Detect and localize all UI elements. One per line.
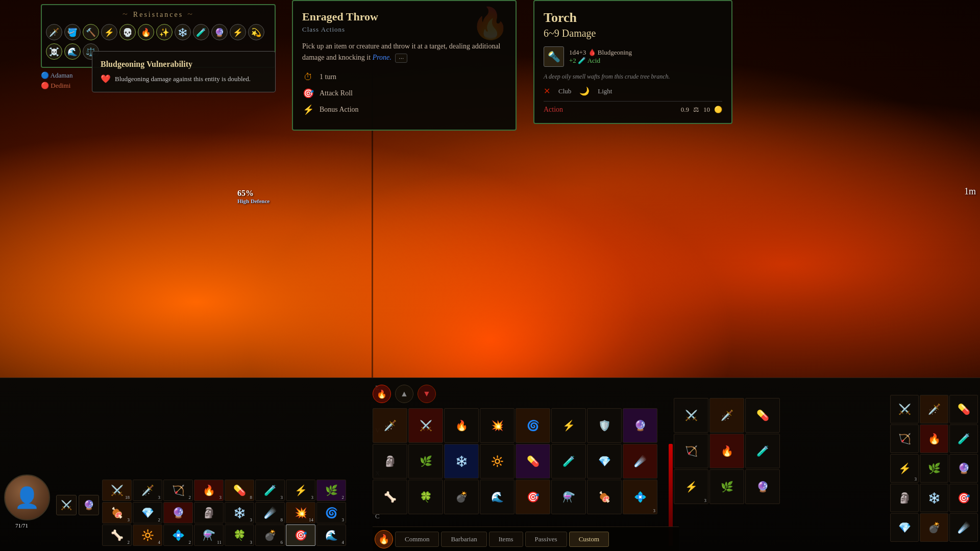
resist-icon-acid[interactable]: 🧪 bbox=[193, 24, 209, 40]
resist-icon-radiant[interactable]: ✨ bbox=[156, 24, 173, 40]
right-slot-10[interactable]: 🌿 bbox=[408, 444, 443, 479]
action-slot-4[interactable]: 🔥3 bbox=[194, 480, 224, 501]
tab-common[interactable]: Common bbox=[395, 532, 439, 547]
action-slot-16[interactable]: 🌀3 bbox=[316, 502, 346, 523]
right-slot-17[interactable]: 🦴 bbox=[373, 480, 407, 514]
action-slot-8[interactable]: 🌿2 bbox=[316, 480, 346, 501]
action-slot-5[interactable]: 💊8 bbox=[225, 480, 254, 501]
right-slot-13[interactable]: 💊 bbox=[516, 444, 550, 479]
resist-icon-lightning2[interactable]: ⚡ bbox=[230, 24, 246, 40]
action-slot-9[interactable]: 🍖3 bbox=[102, 502, 132, 523]
right-slot-3[interactable]: 🔥 bbox=[444, 408, 479, 443]
action-slot-22[interactable]: 💣6 bbox=[255, 524, 285, 546]
right-slot-24[interactable]: 💠3 bbox=[623, 480, 657, 514]
skill-bar-flame-btn[interactable]: 🔥 bbox=[373, 385, 391, 403]
action-slot-13[interactable]: ❄️3 bbox=[225, 502, 254, 523]
action-slot-1[interactable]: ⚔️18 bbox=[102, 480, 132, 501]
right-slot-4[interactable]: 💥 bbox=[480, 408, 514, 443]
right-slot-5[interactable]: 🌀 bbox=[516, 408, 550, 443]
tab-passives[interactable]: Passives bbox=[525, 532, 567, 547]
right-slot-8[interactable]: 🔮 bbox=[623, 408, 657, 443]
far-slot-7[interactable]: ⚡3 bbox=[890, 454, 919, 483]
shortcut-spell[interactable]: 🔮 bbox=[79, 495, 99, 515]
resist-icon-poison[interactable]: ☠️ bbox=[46, 43, 62, 60]
mid-slot-7[interactable]: ⚡3 bbox=[674, 469, 708, 504]
action-slot-2[interactable]: 🗡️3 bbox=[133, 480, 162, 501]
far-slot-10[interactable]: 🗿 bbox=[890, 484, 919, 512]
right-slot-21[interactable]: 🎯 bbox=[516, 480, 550, 514]
right-slot-1[interactable]: 🗡️ bbox=[373, 408, 407, 443]
action-slot-7[interactable]: ⚡3 bbox=[286, 480, 315, 501]
mid-slot-4[interactable]: 🏹 bbox=[674, 434, 708, 468]
mid-slot-6[interactable]: 🧪 bbox=[745, 434, 780, 468]
action-slot-18[interactable]: 🔆4 bbox=[133, 524, 162, 546]
action-slot-20[interactable]: ⚗️11 bbox=[194, 524, 224, 546]
tab-barbarian[interactable]: Barbarian bbox=[441, 532, 486, 547]
action-slot-21[interactable]: 🍀3 bbox=[225, 524, 254, 546]
action-slot-15[interactable]: 💥14 bbox=[286, 502, 315, 523]
right-slot-16[interactable]: ☄️ bbox=[623, 444, 657, 479]
right-slot-6[interactable]: ⚡ bbox=[551, 408, 586, 443]
right-slot-15[interactable]: 💎 bbox=[587, 444, 622, 479]
action-slot-6[interactable]: 🧪3 bbox=[255, 480, 285, 501]
far-slot-1[interactable]: ⚔️ bbox=[890, 395, 919, 423]
mid-slot-8[interactable]: 🌿 bbox=[709, 469, 744, 504]
right-slot-2[interactable]: ⚔️ bbox=[408, 408, 443, 443]
far-slot-5[interactable]: 🔥 bbox=[920, 424, 948, 453]
far-slot-2[interactable]: 🗡️ bbox=[920, 395, 948, 423]
more-info-button[interactable]: ··· bbox=[395, 54, 407, 63]
far-slot-6[interactable]: 🧪 bbox=[949, 424, 978, 453]
skill-bar-down-btn[interactable]: ▼ bbox=[418, 385, 436, 403]
rslot-icon-8: 🔮 bbox=[634, 419, 647, 432]
resist-icon-thunder[interactable]: ⚡ bbox=[101, 24, 117, 40]
mid-slot-9[interactable]: 🔮 bbox=[745, 469, 780, 504]
right-slot-20[interactable]: 🌊 bbox=[480, 480, 514, 514]
right-slot-9[interactable]: 🗿 bbox=[373, 444, 407, 479]
action-slot-12[interactable]: 🗿 bbox=[194, 502, 224, 523]
tab-flame-button[interactable]: 🔥 bbox=[375, 530, 393, 548]
far-slot-3[interactable]: 💊 bbox=[949, 395, 978, 423]
right-slot-12[interactable]: 🔆 bbox=[480, 444, 514, 479]
action-slot-24[interactable]: 🌊4 bbox=[316, 524, 346, 546]
action-slot-10[interactable]: 💎2 bbox=[133, 502, 162, 523]
resist-icon-pierce[interactable]: 🪣 bbox=[64, 24, 81, 40]
resist-icon-bludgeon[interactable]: 🔨 bbox=[83, 24, 99, 40]
resist-icon-slash[interactable]: 🗡️ bbox=[46, 24, 62, 40]
action-slot-17[interactable]: 🦴2 bbox=[102, 524, 132, 546]
right-slot-19[interactable]: 💣 bbox=[444, 480, 479, 514]
far-slot-15[interactable]: ☄️ bbox=[949, 513, 978, 542]
mid-slot-5[interactable]: 🔥 bbox=[709, 434, 744, 468]
action-slot-11[interactable]: 🔮 bbox=[163, 502, 193, 523]
resist-icon-necrotic[interactable]: 💀 bbox=[119, 24, 136, 40]
right-slot-22[interactable]: ⚗️ bbox=[551, 480, 586, 514]
resist-icon-force[interactable]: 💫 bbox=[248, 24, 264, 40]
right-slot-11[interactable]: ❄️ bbox=[444, 444, 479, 479]
tab-custom[interactable]: Custom bbox=[569, 532, 609, 547]
action-slot-3[interactable]: 🏹2 bbox=[163, 480, 193, 501]
action-slot-14[interactable]: ☄️8 bbox=[255, 502, 285, 523]
right-slot-7[interactable]: 🛡️ bbox=[587, 408, 622, 443]
shortcut-attack[interactable]: ⚔️ bbox=[56, 495, 77, 515]
far-slot-12[interactable]: 🎯 bbox=[949, 484, 978, 512]
far-slot-4[interactable]: 🏹 bbox=[890, 424, 919, 453]
resist-icon-cold[interactable]: ❄️ bbox=[175, 24, 191, 40]
resist-icon-water[interactable]: 🌊 bbox=[64, 43, 81, 60]
action-slot-23[interactable]: 🎯 bbox=[286, 524, 315, 546]
character-portrait[interactable]: 👤 bbox=[4, 474, 50, 520]
far-slot-14[interactable]: 💣 bbox=[920, 513, 948, 542]
skill-bar-up-btn[interactable]: ▲ bbox=[395, 385, 413, 403]
action-slot-19[interactable]: 💠2 bbox=[163, 524, 193, 546]
right-slot-23[interactable]: 🍖 bbox=[587, 480, 622, 514]
far-slot-8[interactable]: 🌿 bbox=[920, 454, 948, 483]
far-slot-11[interactable]: ❄️ bbox=[920, 484, 948, 512]
mid-slot-3[interactable]: 💊 bbox=[745, 398, 780, 433]
resist-icon-fire[interactable]: 🔥 bbox=[138, 24, 154, 40]
mid-slot-1[interactable]: ⚔️ bbox=[674, 398, 708, 433]
resist-icon-psychic[interactable]: 🔮 bbox=[211, 24, 228, 40]
tab-items[interactable]: Items bbox=[489, 532, 523, 547]
mid-slot-2[interactable]: 🗡️ bbox=[709, 398, 744, 433]
far-slot-9[interactable]: 🔮 bbox=[949, 454, 978, 483]
right-slot-14[interactable]: 🧪 bbox=[551, 444, 586, 479]
right-slot-18[interactable]: 🍀 bbox=[408, 480, 443, 514]
far-slot-13[interactable]: 💎 bbox=[890, 513, 919, 542]
